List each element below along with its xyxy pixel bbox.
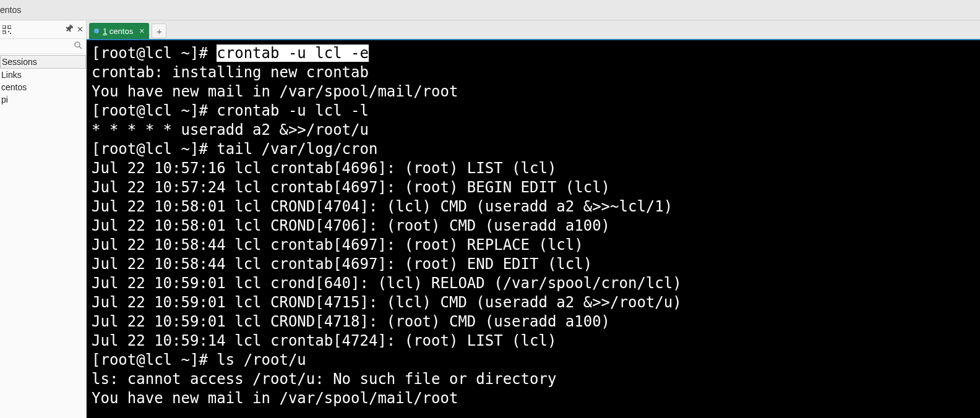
content-area: 1 centos × + [root@lcl ~]# crontab -u lc… [87, 20, 980, 418]
tab-label: 1 centos [103, 27, 133, 36]
terminal-line: Jul 22 10:59:01 lcl CROND[4718]: (root) … [92, 312, 975, 331]
sidebar: ✕ Sessions Links centos pi [0, 20, 87, 418]
terminal-line: Jul 22 10:58:44 lcl crontab[4697]: (root… [92, 236, 975, 255]
svg-rect-2 [2, 31, 6, 34]
terminal-line: [root@lcl ~]# crontab -u lcl -e [92, 44, 975, 63]
sidebar-item-label: centos [1, 82, 27, 92]
svg-line-6 [79, 46, 82, 49]
terminal-line: Jul 22 10:57:24 lcl crontab[4697]: (root… [92, 178, 975, 197]
svg-rect-1 [8, 25, 11, 28]
svg-rect-4 [10, 33, 11, 34]
terminal[interactable]: [root@lcl ~]# crontab -u lcl -ecrontab: … [87, 39, 980, 418]
terminal-line: Jul 22 10:57:16 lcl crontab[4696]: (root… [92, 159, 975, 178]
title-bar: entos [0, 0, 980, 20]
qr-icon[interactable] [2, 25, 11, 34]
tab-status-dot-icon [94, 28, 99, 33]
sidebar-item-label: Links [1, 70, 22, 80]
terminal-line: [root@lcl ~]# tail /var/log/cron [92, 140, 975, 159]
search-icon[interactable] [74, 41, 82, 51]
sidebar-search-row [0, 39, 86, 54]
window-title: entos [0, 5, 21, 15]
tab-add-button[interactable]: + [152, 23, 166, 38]
terminal-line: crontab: installing new crontab [92, 63, 975, 82]
terminal-line: [root@lcl ~]# ls /root/u [92, 351, 975, 370]
svg-rect-0 [2, 25, 6, 28]
tab-close-icon[interactable]: × [139, 26, 144, 36]
sidebar-item-links[interactable]: Links [0, 69, 86, 81]
sidebar-list: Sessions Links centos pi [0, 54, 86, 418]
sidebar-item-sessions[interactable]: Sessions [0, 55, 86, 69]
terminal-line: [root@lcl ~]# crontab -u lcl -l [92, 101, 975, 121]
svg-rect-3 [8, 31, 9, 32]
terminal-line: Jul 22 10:59:01 lcl CROND[4715]: (lcl) C… [92, 293, 975, 312]
terminal-line: Jul 22 10:59:01 lcl crond[640]: (lcl) RE… [92, 274, 975, 293]
selected-text: crontab -u lcl -e [217, 45, 369, 62]
sidebar-header: ✕ [0, 20, 86, 39]
tab-bar: 1 centos × + [87, 20, 980, 39]
svg-point-5 [75, 42, 80, 47]
terminal-line: Jul 22 10:58:44 lcl crontab[4697]: (root… [92, 255, 975, 274]
sidebar-item-pi[interactable]: pi [0, 93, 86, 106]
sidebar-close-icon[interactable]: ✕ [77, 25, 84, 34]
terminal-line: You have new mail in /var/spool/mail/roo… [92, 82, 975, 101]
sidebar-item-label: pi [1, 95, 8, 105]
tab-centos[interactable]: 1 centos × [89, 23, 149, 39]
terminal-line: Jul 22 10:59:14 lcl crontab[4724]: (root… [92, 331, 975, 351]
pin-icon[interactable] [66, 25, 73, 34]
main-area: ✕ Sessions Links centos pi [0, 20, 980, 418]
terminal-line: ls: cannot access /root/u: No such file … [92, 370, 975, 389]
terminal-line: Jul 22 10:58:01 lcl CROND[4704]: (lcl) C… [92, 197, 975, 216]
terminal-line: You have new mail in /var/spool/mail/roo… [92, 389, 975, 408]
terminal-line: Jul 22 10:58:01 lcl CROND[4706]: (root) … [92, 216, 975, 236]
sidebar-item-label: Sessions [2, 57, 37, 67]
terminal-line: * * * * * useradd a2 &>>/root/u [92, 121, 975, 140]
sidebar-item-centos[interactable]: centos [0, 81, 86, 93]
